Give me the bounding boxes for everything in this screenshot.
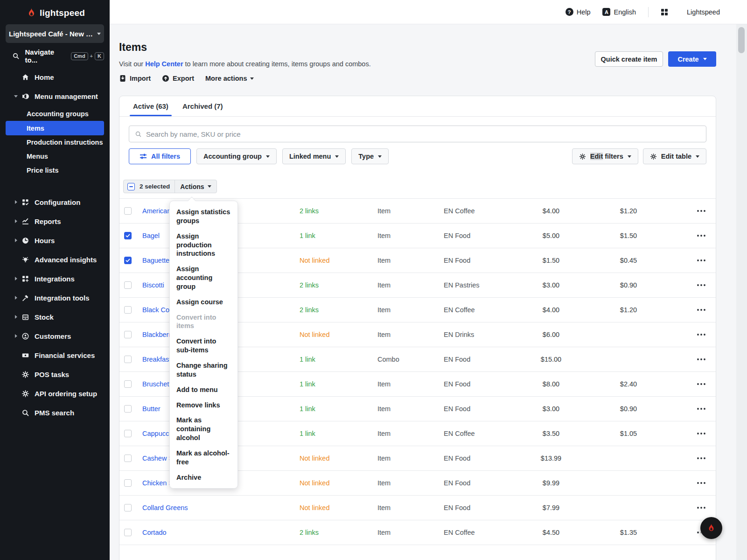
row-checkbox[interactable] (124, 306, 132, 314)
sidebar-item-pos-tasks[interactable]: POS tasks (0, 367, 110, 381)
row-checkbox[interactable] (124, 455, 132, 462)
sidebar-item-integration-tools[interactable]: Integration tools (0, 291, 110, 305)
sidebar-item-integrations[interactable]: Integrations (0, 272, 110, 286)
item-name-link[interactable]: Baguette (142, 257, 169, 264)
select-all-checkbox[interactable] (127, 183, 135, 190)
sidebar-item-reports[interactable]: Reports (0, 214, 110, 228)
item-name-link[interactable]: Collard Greens (142, 504, 188, 511)
sidebar-item-items[interactable]: Items (6, 121, 104, 135)
item-name-link[interactable]: Biscotti (142, 281, 164, 289)
actions-dropdown-button[interactable]: Actions (175, 180, 216, 193)
row-checkbox[interactable] (124, 281, 132, 289)
sidebar-item-home[interactable]: Home (0, 70, 110, 84)
actions-menu-item[interactable]: Mark as containing alcohol (170, 413, 237, 446)
row-actions-button[interactable] (697, 358, 716, 360)
language-button[interactable]: A English (602, 8, 636, 16)
sidebar-item-price-lists[interactable]: Price lists (6, 163, 104, 177)
venue-selector[interactable]: Lightspeed Café - New … (6, 24, 104, 43)
edit-table-button[interactable]: Edit table (643, 148, 706, 164)
sidebar-item-stock[interactable]: Stock (0, 310, 110, 324)
row-actions-button[interactable] (697, 383, 716, 385)
row-actions-button[interactable] (697, 210, 716, 212)
row-checkbox[interactable] (124, 232, 132, 239)
accounting-group-filter[interactable]: Accounting group (196, 148, 277, 164)
row-checkbox[interactable] (124, 504, 132, 511)
actions-menu-item[interactable]: Assign accounting group (170, 261, 237, 294)
accounting-group: EN Pastries (444, 281, 516, 289)
item-name-link[interactable]: Cortado (142, 529, 167, 536)
all-filters-button[interactable]: All filters (129, 148, 191, 164)
edit-filters-button[interactable]: Editfilters (572, 148, 638, 164)
item-name-link[interactable]: Butter (142, 405, 161, 413)
actions-menu-item[interactable]: Assign statistics groups (170, 204, 237, 229)
sidebar-item-customers[interactable]: Customers (0, 329, 110, 343)
actions-menu-item[interactable]: Archive (170, 470, 237, 485)
actions-menu-item[interactable]: Assign production instructions (170, 229, 237, 262)
row-checkbox[interactable] (124, 529, 132, 536)
row-actions-button[interactable] (697, 334, 716, 336)
account-menu[interactable]: Lightspeed (661, 8, 720, 16)
help-center-link[interactable]: Help Center (145, 60, 183, 68)
row-actions-button[interactable] (697, 457, 716, 459)
search-bar[interactable] (129, 126, 706, 142)
row-checkbox[interactable] (124, 257, 132, 264)
actions-menu-item[interactable]: Remove links (170, 398, 237, 413)
scrollbar-thumb[interactable] (738, 27, 745, 53)
linked-menu-filter[interactable]: Linked menu (282, 148, 346, 164)
divider (648, 7, 649, 17)
hammer-icon (21, 294, 30, 302)
sidebar-item-production-instructions[interactable]: Production instructions (6, 135, 104, 149)
row-actions-button[interactable] (697, 284, 716, 286)
more-actions-button[interactable]: More actions (205, 75, 254, 82)
row-actions-button[interactable] (697, 482, 716, 484)
help-button[interactable]: ? Help (565, 8, 591, 16)
sidebar-item-configuration[interactable]: Configuration (0, 195, 110, 209)
actions-menu-item[interactable]: Convert into items (170, 310, 237, 334)
item-name-link[interactable]: Breakfast (142, 356, 171, 363)
export-icon (162, 75, 169, 82)
tab-active[interactable]: Active (63) (126, 96, 175, 116)
tab-archived[interactable]: Archived (7) (175, 96, 230, 116)
actions-menu-item[interactable]: Change sharing status (170, 358, 237, 382)
row-checkbox[interactable] (124, 405, 132, 413)
sidebar-item-financial-services[interactable]: Financial services (0, 348, 110, 362)
row-checkbox[interactable] (124, 207, 132, 215)
sidebar-item-menu-management[interactable]: Menu management (0, 89, 110, 103)
sidebar-item-menus[interactable]: Menus (6, 149, 104, 163)
row-actions-button[interactable] (697, 309, 716, 311)
item-cost: $0.90 (586, 281, 671, 289)
selected-count: 2 selected (140, 183, 170, 190)
quick-create-item-button[interactable]: Quick create item (595, 51, 663, 67)
row-actions-button[interactable] (697, 235, 716, 237)
create-button[interactable]: Create (668, 51, 716, 67)
navigate-to-search[interactable]: Navigate to... Cmd + K (6, 50, 104, 62)
sidebar-item-pms-search[interactable]: PMS search (0, 406, 110, 420)
row-checkbox[interactable] (124, 331, 132, 338)
scrollbar-track[interactable] (736, 24, 747, 560)
row-actions-button[interactable] (697, 259, 716, 261)
search-input[interactable] (146, 130, 700, 138)
item-name-link[interactable]: Bagel (142, 232, 160, 239)
sidebar-item-advanced-insights[interactable]: Advanced insights (0, 252, 110, 266)
row-actions-button[interactable] (697, 507, 716, 509)
row-checkbox[interactable] (124, 479, 132, 487)
row-checkbox[interactable] (124, 356, 132, 363)
actions-menu-item[interactable]: Assign course (170, 294, 237, 310)
actions-menu-item[interactable]: Add to menu (170, 382, 237, 398)
item-cost: $1.05 (586, 430, 671, 437)
lightspeed-assistant-fab[interactable] (700, 517, 722, 539)
sidebar-item-accounting-groups[interactable]: Accounting groups (6, 107, 104, 121)
row-actions-button[interactable] (697, 433, 716, 434)
row-checkbox[interactable] (124, 430, 132, 437)
import-button[interactable]: Import (119, 75, 151, 82)
sidebar-item-api-ordering-setup[interactable]: API ordering setup (0, 386, 110, 400)
sidebar-item-hours[interactable]: Hours (0, 233, 110, 247)
row-actions-button[interactable] (697, 408, 716, 410)
row-checkbox[interactable] (124, 380, 132, 388)
type-filter[interactable]: Type (351, 148, 389, 164)
actions-menu-item[interactable]: Convert into sub-items (170, 334, 237, 358)
accounting-group: EN Food (444, 380, 516, 388)
actions-menu-item[interactable]: Mark as alcohol-free (170, 446, 237, 470)
export-button[interactable]: Export (162, 75, 194, 82)
item-price: $7.99 (516, 504, 586, 511)
